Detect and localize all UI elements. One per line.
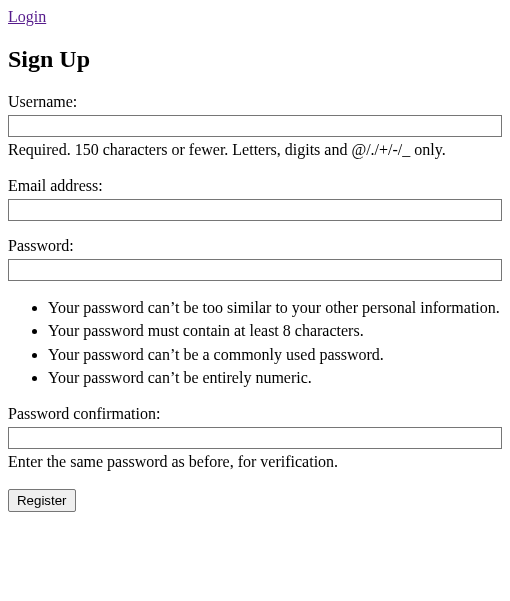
- email-input[interactable]: [8, 199, 502, 221]
- password-confirm-input[interactable]: [8, 427, 502, 449]
- email-label: Email address:: [8, 177, 502, 195]
- password-rule: Your password can’t be too similar to yo…: [48, 297, 502, 319]
- password-input[interactable]: [8, 259, 502, 281]
- password-rule: Your password must contain at least 8 ch…: [48, 320, 502, 342]
- login-link[interactable]: Login: [8, 8, 46, 25]
- password-label: Password:: [8, 237, 502, 255]
- password-confirm-field-group: Password confirmation: Enter the same pa…: [8, 405, 502, 473]
- username-label: Username:: [8, 93, 502, 111]
- register-button[interactable]: Register: [8, 489, 76, 512]
- page-title: Sign Up: [8, 46, 502, 73]
- email-field-group: Email address:: [8, 177, 502, 221]
- password-confirm-label: Password confirmation:: [8, 405, 502, 423]
- username-help-text: Required. 150 characters or fewer. Lette…: [8, 139, 502, 161]
- signup-form: Username: Required. 150 characters or fe…: [8, 93, 502, 512]
- username-field-group: Username: Required. 150 characters or fe…: [8, 93, 502, 161]
- password-rules-list: Your password can’t be too similar to yo…: [8, 297, 502, 389]
- username-input[interactable]: [8, 115, 502, 137]
- password-rule: Your password can’t be entirely numeric.: [48, 367, 502, 389]
- password-rule: Your password can’t be a commonly used p…: [48, 344, 502, 366]
- submit-row: Register: [8, 489, 502, 512]
- password-field-group: Password: Your password can’t be too sim…: [8, 237, 502, 389]
- password-confirm-help-text: Enter the same password as before, for v…: [8, 451, 502, 473]
